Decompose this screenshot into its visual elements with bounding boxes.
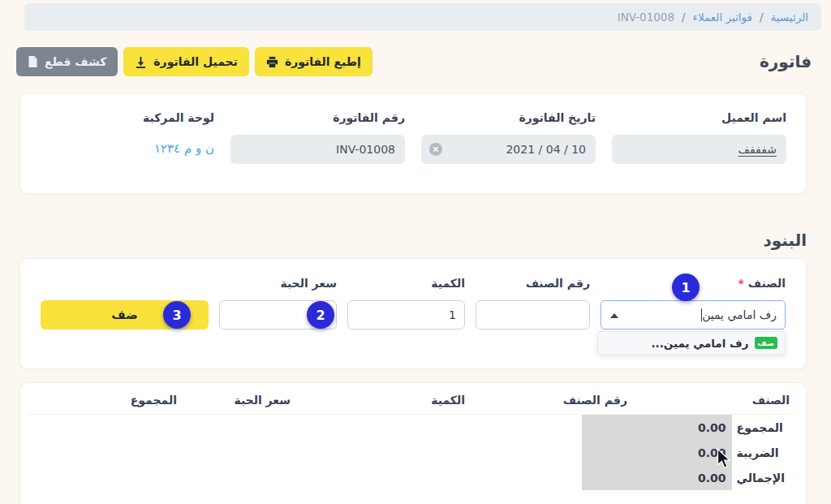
parts-report-label: كشف قطع: [45, 55, 106, 68]
column-header-unit-price: سعر الحبة: [177, 394, 291, 407]
quantity-group: الكمية: [347, 277, 465, 330]
column-header-quantity: الكمية: [291, 394, 465, 407]
step-1-badge: 1: [672, 274, 700, 301]
invoice-date-group: تاريخ الفاتورة 10 / 04 / 2021: [421, 111, 596, 175]
item-label-text: الصنف: [748, 277, 786, 290]
add-button-group: ضف 3: [41, 277, 209, 330]
item-select[interactable]: رف امامي يمين: [601, 300, 786, 330]
breadcrumb: الرئيسية / فواتير العملاء / INV-01008: [24, 3, 821, 31]
invoice-page: الرئيسية / فواتير العملاء / INV-01008 فا…: [0, 0, 831, 504]
page-title: فاتورة: [760, 52, 812, 71]
invoice-number-value: INV-01008: [336, 143, 395, 156]
required-asterisk: *: [738, 277, 744, 290]
item-number-label: رقم الصنف: [476, 277, 590, 293]
breadcrumb-home-link[interactable]: الرئيسية: [771, 11, 809, 24]
print-invoice-button[interactable]: إطبع الفاتورة: [255, 47, 372, 76]
totals-block: 0.00 المجموع 0.00 الضريبة 0.00 الإجمالي: [582, 415, 790, 490]
subtotal-label: المجموع: [732, 421, 788, 434]
grand-total-label: الإجمالي: [732, 472, 790, 485]
caret-up-icon: [610, 313, 618, 318]
invoice-number-group: رقم الفاتورة INV-01008: [230, 111, 405, 175]
item-number-group: رقم الصنف: [476, 277, 590, 330]
clear-date-icon[interactable]: [429, 143, 442, 156]
items-table-header: الصنف رقم الصنف الكمية سعر الحبة المجموع: [28, 394, 790, 415]
column-header-item-number: رقم الصنف: [465, 394, 627, 407]
print-invoice-label: إطبع الفاتورة: [285, 55, 361, 68]
breadcrumb-separator: /: [760, 11, 764, 24]
spacer: [41, 277, 209, 293]
item-select-group: الصنف * رف امامي يمين 1 ضف رف امامي يمين…: [601, 277, 786, 330]
unit-price-group: سعر الحبة 2: [219, 277, 337, 330]
quantity-label: الكمية: [347, 277, 465, 293]
item-select-value: رف امامي يمين: [702, 308, 777, 321]
printer-icon: [266, 56, 278, 68]
item-dropdown: ضف رف امامي يمين...: [597, 331, 786, 355]
subtotal-row: 0.00 المجموع: [582, 415, 790, 440]
quantity-input[interactable]: [347, 300, 465, 330]
vehicle-plate-label: لوحة المركبة: [40, 111, 214, 124]
tax-row: 0.00 الضريبة: [582, 440, 790, 465]
items-section-title: البنود: [0, 230, 807, 250]
download-icon: [135, 56, 147, 68]
items-table-card: الصنف رقم الصنف الكمية سعر الحبة المجموع…: [19, 382, 807, 504]
dropdown-option[interactable]: رف امامي يمين...: [651, 337, 748, 350]
invoice-number-field: INV-01008: [230, 135, 405, 164]
breadcrumb-separator: /: [682, 11, 686, 24]
customer-name-label: اسم العميل: [612, 111, 786, 124]
parts-report-button[interactable]: كشف قطع: [16, 47, 118, 76]
unit-price-label: سعر الحبة: [219, 277, 337, 293]
column-header-item: الصنف: [627, 394, 790, 407]
download-invoice-label: تحميل الفاتورة: [153, 55, 238, 68]
vehicle-plate-group: لوحة المركبة ن و م ١٢٣٤: [40, 111, 214, 175]
subtotal-value: 0.00: [582, 415, 732, 440]
text-cursor: [701, 308, 703, 321]
item-number-input[interactable]: [476, 300, 590, 330]
tax-label: الضريبة: [732, 446, 784, 459]
step-3-badge: 3: [163, 301, 191, 329]
add-item-card: الصنف * رف امامي يمين 1 ضف رف امامي يمين…: [19, 258, 807, 369]
invoice-date-label: تاريخ الفاتورة: [421, 111, 596, 124]
page-header: فاتورة إطبع الفاتورة تحميل الفاتورة كشف …: [16, 47, 812, 76]
grand-total-value: 0.00: [582, 465, 732, 490]
step-2-badge: 2: [307, 301, 334, 329]
column-header-total: المجموع: [28, 394, 177, 407]
invoice-date-field: 10 / 04 / 2021: [421, 135, 596, 164]
option-add-badge: ضف: [755, 337, 778, 350]
download-invoice-button[interactable]: تحميل الفاتورة: [123, 47, 249, 76]
file-icon: [28, 56, 38, 67]
grand-total-row: 0.00 الإجمالي: [582, 465, 790, 490]
mouse-cursor: [717, 448, 731, 472]
vehicle-plate-link[interactable]: ن و م ١٢٣٤: [154, 141, 214, 156]
invoice-info-card: اسم العميل شفففف تاريخ الفاتورة 10 / 04 …: [19, 93, 807, 194]
customer-name-value: شفففف: [738, 143, 777, 156]
invoice-number-label: رقم الفاتورة: [230, 111, 405, 124]
add-item-form: الصنف * رف امامي يمين 1 ضف رف امامي يمين…: [41, 277, 786, 330]
breadcrumb-current: INV-01008: [618, 11, 674, 24]
customer-name-field: شفففف: [612, 135, 786, 164]
tax-value: 0.00: [582, 440, 732, 465]
customer-name-group: اسم العميل شفففف: [612, 111, 786, 175]
header-actions: إطبع الفاتورة تحميل الفاتورة كشف قطع: [16, 47, 372, 76]
breadcrumb-invoices-link[interactable]: فواتير العملاء: [693, 11, 752, 24]
invoice-date-value: 10 / 04 / 2021: [506, 143, 586, 156]
